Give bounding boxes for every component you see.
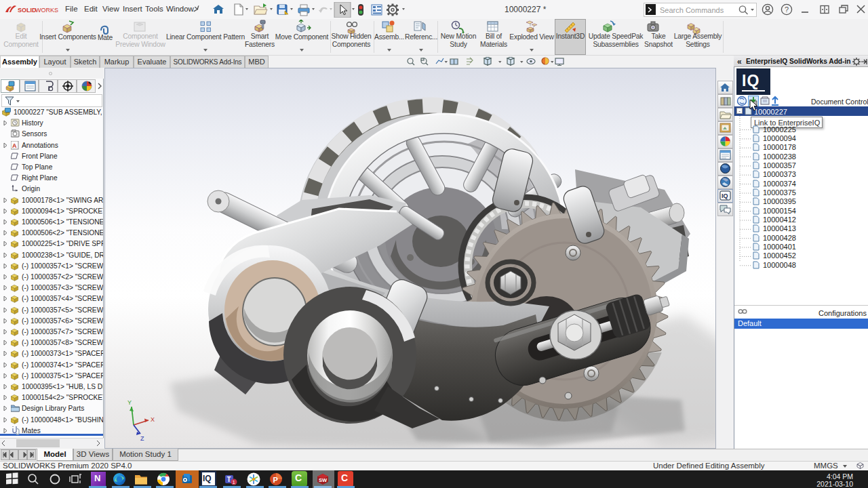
svg-text:P: P: [273, 476, 278, 484]
svg-text:Y: Y: [127, 399, 132, 406]
svg-text:IQ: IQ: [722, 192, 728, 199]
svg-text:T: T: [227, 476, 231, 483]
svg-text:Z: Z: [140, 435, 144, 442]
svg-text:A: A: [12, 142, 17, 149]
svg-text:1: 1: [233, 480, 235, 485]
svg-text:?: ?: [785, 5, 789, 14]
svg-text:WORKS: WORKS: [35, 7, 58, 14]
svg-text:SW: SW: [319, 477, 328, 483]
svg-text:X: X: [151, 416, 155, 423]
svg-text:SOLID: SOLID: [18, 7, 37, 14]
